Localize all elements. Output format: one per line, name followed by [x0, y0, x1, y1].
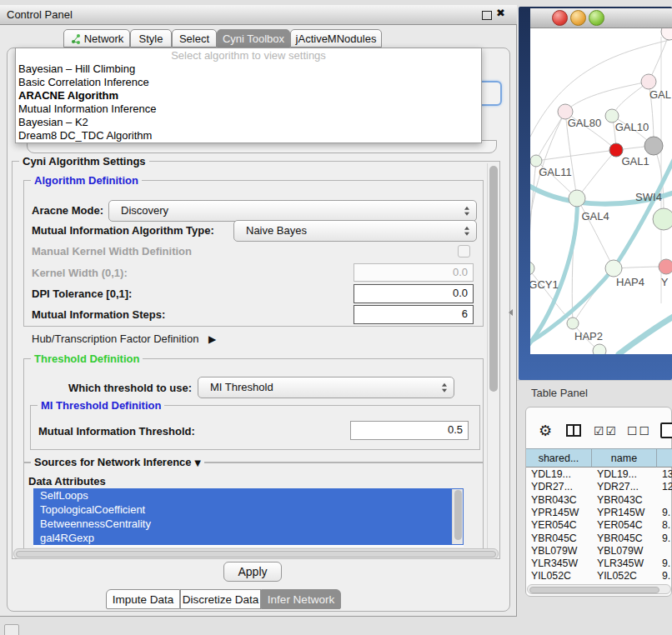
minimize-window-button[interactable]	[570, 10, 586, 26]
mi-algorithm-type-combo[interactable]: Naive Bayes	[233, 220, 477, 242]
column-settings-icon[interactable]	[566, 424, 581, 437]
network-canvas[interactable]: GALGAL80GAL10GAL1GAL11GAL4SWI4HAP4YGCY1H…	[530, 28, 672, 354]
bottom-tab-discretize-data[interactable]: Discretize Data	[180, 589, 261, 609]
settings-scrollbar-thumb[interactable]	[489, 166, 498, 392]
table-row[interactable]: YDL19...YDL19...13	[526, 468, 672, 481]
data-attribute-item[interactable]: SelfLoops	[33, 488, 464, 502]
algorithm-dropdown-popup: Select algorithm to view settings Bayesi…	[15, 48, 482, 143]
algorithm-option[interactable]: ARACNE Algorithm	[16, 89, 481, 102]
float-window-icon[interactable]	[482, 11, 492, 20]
algorithm-option[interactable]: Bayesian – K2	[16, 116, 481, 129]
settings-hscrollbar-thumb[interactable]	[16, 551, 496, 558]
attr-list-scrollbar-track[interactable]	[452, 489, 463, 544]
table-row[interactable]: YDR27...YDR27...12	[526, 481, 672, 493]
table-row[interactable]: YER054CYER054C8.	[526, 519, 672, 532]
table-row[interactable]: YIL052CYIL052C9.	[526, 570, 672, 582]
network-node[interactable]	[593, 344, 606, 354]
tab-style[interactable]: Style	[130, 29, 172, 48]
bottom-tab-impute-data[interactable]: Impute Data	[106, 589, 180, 609]
table-row[interactable]: YBR045CYBR045C9.	[526, 532, 672, 545]
tab-network[interactable]: Network	[63, 29, 130, 48]
table-row[interactable]: YLR345WYLR345W9.	[526, 558, 672, 570]
data-attribute-item[interactable]: TopologicalCoefficient	[33, 502, 464, 517]
kernel-width-field[interactable]: 0.0	[354, 263, 474, 282]
algorithm-option[interactable]: Bayesian – Hill Climbing	[16, 62, 481, 76]
table-cell: YIL052C	[592, 570, 657, 582]
table-column-header[interactable]	[657, 448, 672, 468]
which-threshold-label: Which threshold to use:	[50, 382, 192, 394]
tab-select[interactable]: Select	[172, 29, 217, 48]
document-icon[interactable]	[660, 422, 672, 438]
data-attributes-list[interactable]: SelfLoopsTopologicalCoefficientBetweenne…	[33, 488, 464, 547]
mi-steps-field[interactable]: 6	[354, 305, 474, 324]
table-hscrollbar-thumb[interactable]	[529, 587, 659, 593]
network-edge[interactable]	[536, 150, 616, 161]
table-column-header[interactable]: shared...	[526, 448, 592, 468]
network-edge[interactable]	[577, 150, 616, 198]
settings-scrollbar-track[interactable]	[487, 163, 499, 553]
network-node-gcy1[interactable]	[530, 262, 534, 275]
hub-transcription-section[interactable]: Hub/Transcription Factor Definition ▶	[32, 332, 216, 345]
expand-arrow-icon[interactable]: ▶	[208, 333, 216, 345]
network-node-gal4[interactable]	[569, 190, 585, 207]
table-cell	[657, 545, 672, 558]
mi-steps-label: Mutual Information Steps:	[32, 308, 165, 321]
attr-list-scrollbar-thumb[interactable]	[454, 490, 462, 540]
aracne-mode-combo[interactable]: Discovery	[108, 200, 477, 222]
collapse-arrow-icon[interactable]: ▼	[194, 458, 201, 468]
network-node-swi4[interactable]	[653, 208, 672, 230]
network-edge-thick[interactable]	[530, 149, 672, 345]
network-node[interactable]	[644, 137, 663, 155]
table-hscrollbar-track[interactable]	[527, 584, 671, 594]
table-row[interactable]: YBL079WYBL079W	[526, 545, 672, 558]
gear-icon[interactable]: ⚙	[539, 422, 552, 439]
select-all-checks-icon[interactable]: ☑☑	[594, 424, 618, 438]
sources-title-text: Sources for Network Inference	[34, 456, 192, 468]
deselect-all-checks-icon[interactable]: ☐☐	[627, 424, 651, 438]
table-cell: YER054C	[592, 519, 657, 532]
mi-threshold-field[interactable]: 0.5	[350, 421, 469, 440]
mi-threshold-definition-title: MI Threshold Definition	[38, 399, 164, 412]
tab-label: Style	[139, 32, 163, 45]
network-edge[interactable]	[577, 198, 614, 268]
which-threshold-value: MI Threshold	[210, 378, 273, 398]
apply-button[interactable]: Apply	[223, 562, 282, 582]
close-window-button[interactable]	[552, 10, 568, 26]
algorithm-option[interactable]: Mutual Information Inference	[16, 102, 481, 116]
network-node-label: HAP2	[574, 330, 603, 342]
network-node[interactable]	[661, 28, 672, 40]
table-cell: YBR043C	[592, 494, 657, 507]
network-edge[interactable]	[565, 82, 649, 112]
mi-algorithm-type-label: Mutual Information Algorithm Type:	[32, 224, 214, 237]
network-node-y[interactable]	[659, 259, 672, 274]
network-node-hap2[interactable]	[567, 318, 579, 329]
data-attribute-item[interactable]: BetweennessCentrality	[33, 517, 464, 531]
tool-panel-mini-icon[interactable]	[4, 624, 19, 635]
network-node-gal[interactable]	[641, 74, 656, 89]
tab-cyni-toolbox[interactable]: Cyni Toolbox	[217, 29, 290, 48]
manual-kernel-width-checkbox[interactable]	[458, 245, 470, 258]
network-node-hap4[interactable]	[605, 260, 622, 277]
network-edge[interactable]	[530, 161, 536, 268]
settings-hscrollbar-track[interactable]	[13, 548, 499, 559]
bottom-tab-infer-network[interactable]: Infer Network	[261, 589, 341, 609]
table-cell: YDL19...	[592, 468, 657, 481]
network-node-label: GAL1	[621, 155, 649, 168]
network-node-gal11[interactable]	[530, 155, 542, 167]
tab-jactivemnodules[interactable]: jActiveMNodules	[290, 29, 382, 48]
table-row[interactable]: YBR043CYBR043C	[526, 494, 672, 507]
which-threshold-combo[interactable]: MI Threshold	[198, 377, 454, 398]
kernel-width-label: Kernel Width (0,1):	[32, 267, 128, 279]
table-column-header[interactable]: name	[592, 448, 657, 468]
tab-label: Select	[179, 32, 209, 45]
zoom-window-button[interactable]	[589, 10, 604, 26]
dpi-tolerance-field[interactable]: 0.0	[354, 284, 474, 303]
close-icon[interactable]: ✖	[496, 7, 509, 22]
network-edge-thick[interactable]	[619, 313, 672, 354]
data-attribute-item[interactable]: gal4RGexp	[33, 531, 464, 545]
algorithm-option[interactable]: Dream8 DC_TDC Algorithm	[16, 129, 481, 142]
network-node-label: GAL10	[615, 121, 649, 133]
algorithm-option[interactable]: Basic Correlation Inference	[16, 76, 481, 89]
panel-splitter-arrow-icon[interactable]	[509, 309, 513, 316]
table-row[interactable]: YPR145WYPR145W9.	[526, 507, 672, 519]
